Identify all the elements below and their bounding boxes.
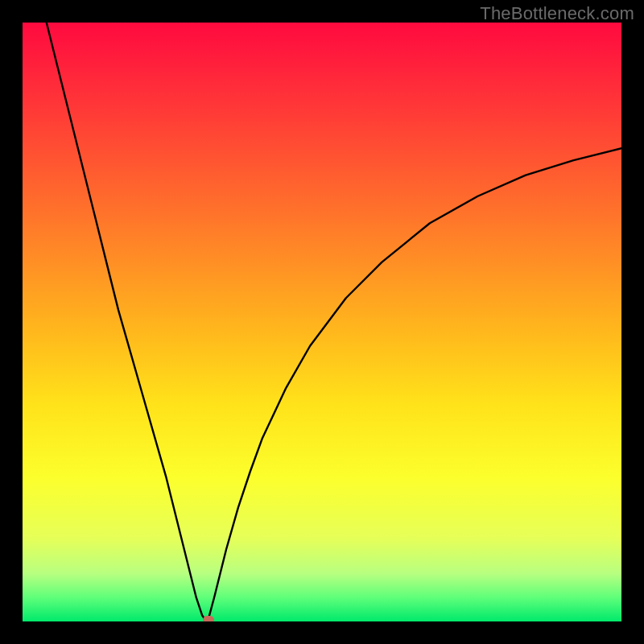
chart-frame: TheBottleneck.com: [0, 0, 644, 644]
bottleneck-curve: [23, 23, 621, 621]
plot-area: [23, 23, 621, 621]
optimal-point-marker: [203, 616, 214, 621]
watermark-text: TheBottleneck.com: [480, 3, 634, 24]
